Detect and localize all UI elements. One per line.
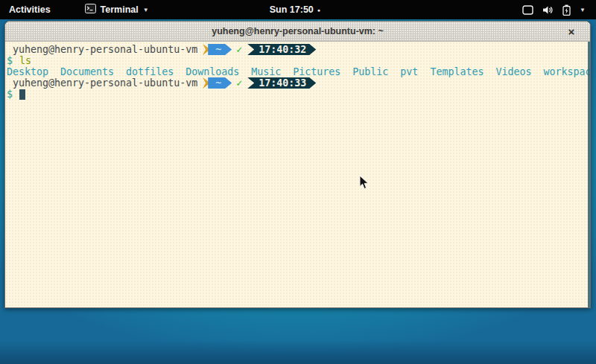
desktop-background: yuheng@henry-personal-ubuntu-vm: ~ × yuh… [0, 19, 596, 364]
cwd-label: ~ [215, 44, 221, 55]
window-titlebar[interactable]: yuheng@henry-personal-ubuntu-vm: ~ × [5, 22, 590, 42]
app-menu-terminal[interactable]: Terminal ▼ [80, 0, 153, 19]
ls-output-line: Desktop Documents dotfiles Downloads Mus… [7, 66, 589, 77]
close-button[interactable]: × [563, 22, 580, 41]
directory-entry: dotfiles [126, 66, 174, 77]
top-bar: Activities Terminal ▼ Sun 17:50 ● [0, 0, 596, 19]
typed-command: ls [19, 55, 31, 66]
prompt-timestamp: 17:40:33 [247, 77, 316, 89]
activities-button[interactable]: Activities [0, 0, 60, 19]
prompt-line-2: yuheng@henry-personal-ubuntu-vm ~ ✓ 17:4… [7, 77, 589, 89]
prompt-host: yuheng@henry-personal-ubuntu-vm [13, 44, 197, 55]
cwd-label: ~ [215, 77, 221, 89]
clock-button[interactable]: Sun 17:50 ● [270, 0, 320, 19]
status-check-icon: ✓ [236, 44, 242, 55]
directory-entry: Downloads [186, 66, 239, 77]
directory-entry: Music [251, 66, 281, 77]
status-check-icon: ✓ [236, 77, 242, 89]
window-title: yuheng@henry-personal-ubuntu-vm: ~ [212, 26, 384, 36]
chevron-down-icon: ▼ [143, 7, 149, 13]
terminal-window: yuheng@henry-personal-ubuntu-vm: ~ × yuh… [4, 21, 591, 308]
directory-entry: Pictures [293, 66, 340, 77]
prompt-symbol: $ [7, 55, 13, 66]
chevron-down-icon: ▼ [580, 7, 586, 13]
text-cursor [19, 89, 25, 100]
powerline-cwd-segment: ~ [208, 44, 232, 55]
scrollbar[interactable] [588, 42, 590, 307]
volume-icon [542, 5, 554, 15]
battery-charging-icon [562, 4, 571, 16]
activities-label: Activities [9, 4, 51, 15]
directory-entry: Templates [430, 66, 484, 77]
powerline-cwd-segment: ~ [208, 77, 232, 89]
screen-icon [522, 5, 533, 15]
directory-entry: Public [352, 66, 388, 77]
prompt-timestamp: 17:40:32 [247, 44, 316, 55]
directory-entry: Documents [60, 66, 114, 77]
directory-entry: pvt [400, 66, 418, 77]
system-status-area[interactable]: ▼ [518, 0, 590, 19]
directory-entry: Desktop [7, 66, 48, 77]
directory-entry: workspace [543, 66, 591, 77]
prompt-line-1: yuheng@henry-personal-ubuntu-vm ~ ✓ 17:4… [7, 44, 589, 55]
notification-dot: ● [317, 7, 320, 13]
clock-label: Sun 17:50 [270, 4, 314, 15]
terminal-content[interactable]: yuheng@henry-personal-ubuntu-vm ~ ✓ 17:4… [5, 42, 590, 307]
prompt-host: yuheng@henry-personal-ubuntu-vm [13, 77, 197, 89]
app-menu-label: Terminal [101, 4, 139, 15]
current-input-line[interactable]: $ [7, 89, 589, 100]
terminal-app-icon [85, 4, 96, 16]
directory-entry: Videos [495, 66, 531, 77]
prompt-symbol: $ [7, 89, 13, 100]
command-line: $ ls [7, 55, 589, 66]
